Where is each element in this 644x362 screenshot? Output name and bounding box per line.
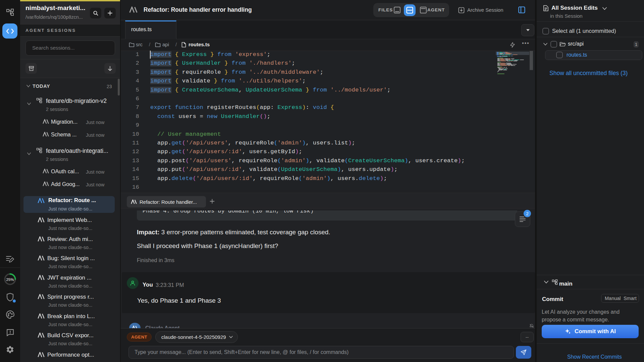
svg-text:25%: 25% (6, 278, 14, 282)
